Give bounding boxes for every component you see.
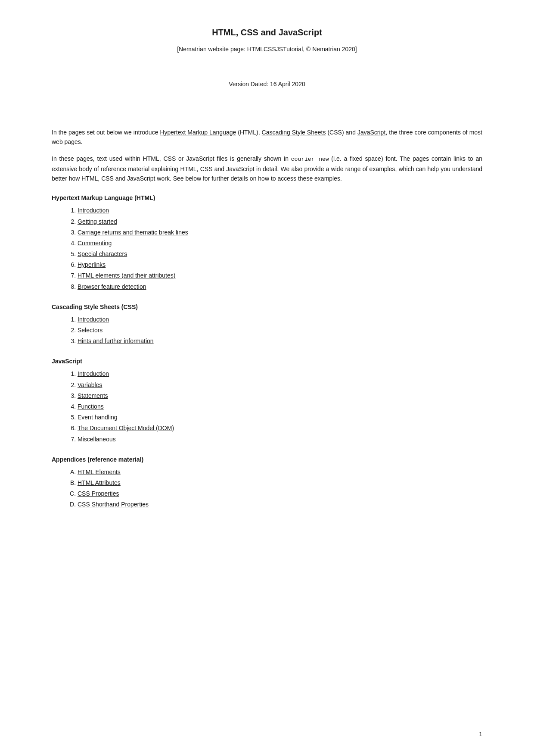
js-section-heading: JavaScript [52, 357, 482, 366]
intro-p1-mid1: (HTML), [236, 129, 261, 136]
html-carriage-returns-link[interactable]: Carriage returns and thematic break line… [78, 229, 188, 236]
js-functions-link[interactable]: Functions [78, 403, 104, 410]
appendices-section: Appendices (reference material) HTML Ele… [52, 455, 482, 510]
html-special-chars-link[interactable]: Special characters [78, 250, 127, 257]
html-section: Hypertext Markup Language (HTML) Introdu… [52, 194, 482, 292]
list-item: Hints and further information [78, 336, 482, 347]
js-dom-link[interactable]: The Document Object Model (DOM) [78, 425, 174, 431]
list-item: HTML Attributes [78, 478, 482, 488]
css-intro-link[interactable]: Introduction [78, 316, 109, 323]
list-item: CSS Properties [78, 488, 482, 499]
css-hints-link[interactable]: Hints and further information [78, 337, 154, 344]
appendix-html-attributes-link[interactable]: HTML Attributes [78, 479, 121, 486]
js-event-handling-link[interactable]: Event handling [78, 414, 118, 421]
js-toc-list: Introduction Variables Statements Functi… [52, 369, 482, 444]
version-date: Version Dated: 16 April 2020 [52, 80, 482, 89]
js-variables-link[interactable]: Variables [78, 381, 102, 388]
js-link[interactable]: JavaScript [357, 129, 385, 136]
list-item: Special characters [78, 249, 482, 259]
html-getting-started-link[interactable]: Getting started [78, 218, 117, 225]
css-section: Cascading Style Sheets (CSS) Introductio… [52, 303, 482, 347]
list-item: Introduction [78, 369, 482, 379]
subtitle-text: [Nematrian website page: [177, 46, 247, 53]
page-title: HTML, CSS and JavaScript [52, 26, 482, 39]
appendix-html-elements-link[interactable]: HTML Elements [78, 469, 121, 475]
css-toc-list: Introduction Selectors Hints and further… [52, 314, 482, 347]
subtitle-rest: , © Nematrian 2020] [303, 46, 357, 53]
js-misc-link[interactable]: Miscellaneous [78, 436, 116, 443]
appendix-css-properties-link[interactable]: CSS Properties [78, 490, 119, 497]
html-link[interactable]: Hypertext Markup Language [160, 129, 236, 136]
js-intro-link[interactable]: Introduction [78, 370, 109, 377]
html-toc-list: Introduction Getting started Carriage re… [52, 205, 482, 292]
intro-p2-before: In these pages, text used within HTML, C… [52, 155, 291, 162]
subtitle-link[interactable]: HTMLCSSJSTutorial [247, 46, 303, 53]
intro-p1-mid2: (CSS) and [326, 129, 357, 136]
css-section-heading: Cascading Style Sheets (CSS) [52, 303, 482, 312]
html-intro-link[interactable]: Introduction [78, 207, 109, 214]
list-item: HTML elements (and their attributes) [78, 270, 482, 281]
list-item: Browser feature detection [78, 281, 482, 292]
list-item: The Document Object Model (DOM) [78, 423, 482, 434]
list-item: Getting started [78, 216, 482, 227]
js-statements-link[interactable]: Statements [78, 392, 108, 399]
code-font-example: courier new [291, 156, 329, 162]
html-commenting-link[interactable]: Commenting [78, 240, 112, 247]
list-item: CSS Shorthand Properties [78, 499, 482, 510]
html-browser-detection-link[interactable]: Browser feature detection [78, 283, 146, 290]
intro-p1-before: In the pages set out below we introduce [52, 129, 160, 136]
list-item: Variables [78, 380, 482, 390]
subtitle: [Nematrian website page: HTMLCSSJSTutori… [52, 45, 482, 54]
list-item: HTML Elements [78, 467, 482, 478]
list-item: Hyperlinks [78, 259, 482, 270]
list-item: Functions [78, 401, 482, 412]
js-section: JavaScript Introduction Variables Statem… [52, 357, 482, 444]
html-hyperlinks-link[interactable]: Hyperlinks [78, 261, 106, 268]
html-elements-link[interactable]: HTML elements (and their attributes) [78, 272, 175, 279]
list-item: Selectors [78, 325, 482, 336]
appendices-toc-list: HTML Elements HTML Attributes CSS Proper… [52, 467, 482, 510]
list-item: Miscellaneous [78, 434, 482, 445]
list-item: Event handling [78, 412, 482, 423]
page-number: 1 [479, 730, 482, 739]
appendix-css-shorthand-link[interactable]: CSS Shorthand Properties [78, 501, 149, 508]
list-item: Commenting [78, 238, 482, 249]
css-link[interactable]: Cascading Style Sheets [262, 129, 326, 136]
appendices-section-heading: Appendices (reference material) [52, 455, 482, 464]
intro-paragraph-1: In the pages set out below we introduce … [52, 128, 482, 147]
html-section-heading: Hypertext Markup Language (HTML) [52, 194, 482, 203]
intro-paragraph-2: In these pages, text used within HTML, C… [52, 154, 482, 184]
list-item: Carriage returns and thematic break line… [78, 227, 482, 238]
list-item: Introduction [78, 205, 482, 216]
list-item: Introduction [78, 314, 482, 325]
css-selectors-link[interactable]: Selectors [78, 327, 102, 334]
list-item: Statements [78, 390, 482, 401]
